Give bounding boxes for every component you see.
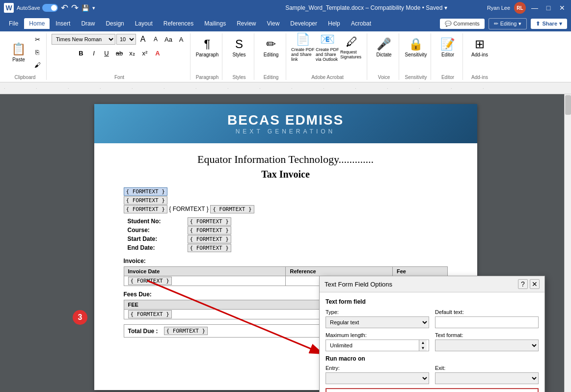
course-row: Course: { FORMTEXT } [125,226,234,234]
italic-button[interactable]: I [88,47,100,59]
scrollbar-thumb[interactable] [565,95,571,115]
tab-references[interactable]: References [159,18,198,29]
exit-select[interactable] [435,372,539,384]
maximize-button[interactable]: □ [544,3,553,13]
font-name-select[interactable]: Times New Roman [52,34,115,45]
formtext-2[interactable]: { FORMTEXT } [124,196,167,205]
spinbox-down[interactable]: ▼ [419,345,427,351]
info-table: Student No: { FORMTEXT } Course: { FORMT… [124,216,235,253]
vertical-scrollbar[interactable] [564,94,571,392]
editing-button[interactable]: ✏ Editing ▾ [489,18,527,29]
dictate-button[interactable]: 🎤 Dictate [372,33,396,61]
copy-button[interactable]: ⎘ [31,46,43,58]
voice-label: Voice [378,73,390,80]
default-text-input[interactable] [435,316,539,328]
dialog-close-btn[interactable]: ✕ [530,279,540,289]
invoice-header-row: Invoice Date Reference Fee [124,267,447,276]
sensitivity-button[interactable]: 🔒 Sensitivity [404,33,428,61]
spinbox-btns: ▲ ▼ [419,340,427,351]
font-color-button[interactable]: A [152,47,163,59]
entry-select[interactable] [326,372,429,384]
formtext-row1: { FORMTEXT } [124,188,448,195]
tab-draw[interactable]: Draw [76,18,100,29]
editor-label: Editor [441,73,454,80]
format-painter-button[interactable]: 🖌 [31,59,43,71]
share-button[interactable]: ⬆ Share ▾ [531,19,567,29]
subscript-button[interactable]: x₂ [126,47,138,59]
styles-button[interactable]: S Styles [227,33,251,61]
text-format-select[interactable] [435,340,539,351]
invoice-date-header: Invoice Date [124,267,286,276]
more-tools-btn[interactable]: ▾ [92,5,95,11]
max-length-input[interactable] [328,340,419,351]
tab-layout[interactable]: Layout [130,18,158,29]
addins-button[interactable]: ⊞ Add-ins [468,33,491,61]
increase-font-button[interactable]: A [137,33,149,45]
tab-view[interactable]: View [262,18,285,29]
tab-review[interactable]: Review [232,18,261,29]
decrease-font-button[interactable]: A [150,33,162,45]
superscript-button[interactable]: x² [139,47,151,59]
tab-home[interactable]: Home [24,18,50,29]
invoice-date-cell: { FORMTEXT } [124,276,286,286]
redo-btn[interactable]: ↷ [71,2,79,13]
create-pdf-outlook-button[interactable]: 📧 Create PDF and Share via Outlook [316,33,339,61]
paste-icon: 📋 [11,42,26,56]
editing-toolbar-button[interactable]: ✏ Editing [259,33,283,61]
tab-developer[interactable]: Developer [285,18,322,29]
minimize-button[interactable]: — [530,3,540,13]
dialog-help-btn[interactable]: ? [518,279,528,289]
student-no-label: Student No: [125,217,184,225]
fee-header: Fee [393,267,447,276]
undo-btn[interactable]: ↶ [61,2,68,13]
spinbox-up[interactable]: ▲ [419,340,427,345]
close-button[interactable]: ✕ [557,3,567,13]
dialog-body: Text form field Type: Regular text Numbe… [320,292,544,392]
scissors-icon: ✂ [35,36,40,43]
formtext-3[interactable]: { FORMTEXT } [124,205,167,213]
toggle-thumb [51,5,57,11]
tab-file[interactable]: File [4,18,23,29]
title-bar: W AutoSave ↶ ↷ 💾 ▾ Sample_Word_Template.… [0,0,571,16]
save-btn[interactable]: 💾 [82,4,89,12]
chevron-share-icon: ▾ [559,21,562,27]
chevron-down-icon: ▾ [518,21,521,27]
invoice-section-label: Invoice: [124,258,448,264]
paragraph-button[interactable]: ¶ Paragraph [195,33,219,61]
tab-design[interactable]: Design [101,18,129,29]
tab-insert[interactable]: Insert [51,18,75,29]
tab-acrobat[interactable]: Acrobat [346,18,376,29]
autosave-toggle[interactable] [42,4,58,12]
total-formtext[interactable]: { FORMTEXT } [164,327,208,335]
change-case-button[interactable]: Aa [163,33,174,45]
autosave-section: AutoSave [17,4,58,12]
editor-button[interactable]: 📝 Editor [436,33,460,61]
text-form-field-section-title: Text form field [326,298,539,305]
tab-mailings[interactable]: Mailings [199,18,231,29]
strikethrough-button[interactable]: ab [113,47,125,59]
clear-format-button[interactable]: A [175,33,187,45]
underline-button[interactable]: U [101,47,112,59]
create-pdf-button[interactable]: 📄 Create PDF and Share link [291,33,315,61]
formtext-row3: { FORMTEXT } { FORMTEXT } { FORMTEXT } [124,206,448,212]
tab-help[interactable]: Help [323,18,345,29]
paste-button[interactable]: 📋 Paste [7,38,30,66]
copy-icon: ⎘ [35,49,39,56]
pdf-icon: 📄 [296,32,310,46]
type-select[interactable]: Regular text Number Date [326,316,429,328]
end-date-row: End Date: { FORMTEXT } [125,244,234,252]
formtext-4[interactable]: { FORMTEXT } [210,205,254,213]
type-label: Type: [326,309,429,315]
clipboard-group: 📋 Paste ✂ ⎘ 🖌 Clipboard [4,33,47,80]
sensitivity-group: 🔒 Sensitivity Sensitivity [401,33,431,80]
cut-button[interactable]: ✂ [31,33,43,45]
request-signatures-button[interactable]: 🖊 Request Signatures [340,33,364,61]
paragraph-icon: ¶ [204,37,211,51]
font-label: Font [114,73,124,80]
font-size-select[interactable]: 10 [116,34,136,45]
editing-icon: ✏ [266,37,276,51]
dialog-text-form-field: Text Form Field Options ? ✕ Text form fi… [319,276,545,392]
bold-button[interactable]: B [75,47,87,59]
formtext-1[interactable]: { FORMTEXT } [124,187,167,196]
comments-button[interactable]: 💬 Comments [440,19,485,29]
